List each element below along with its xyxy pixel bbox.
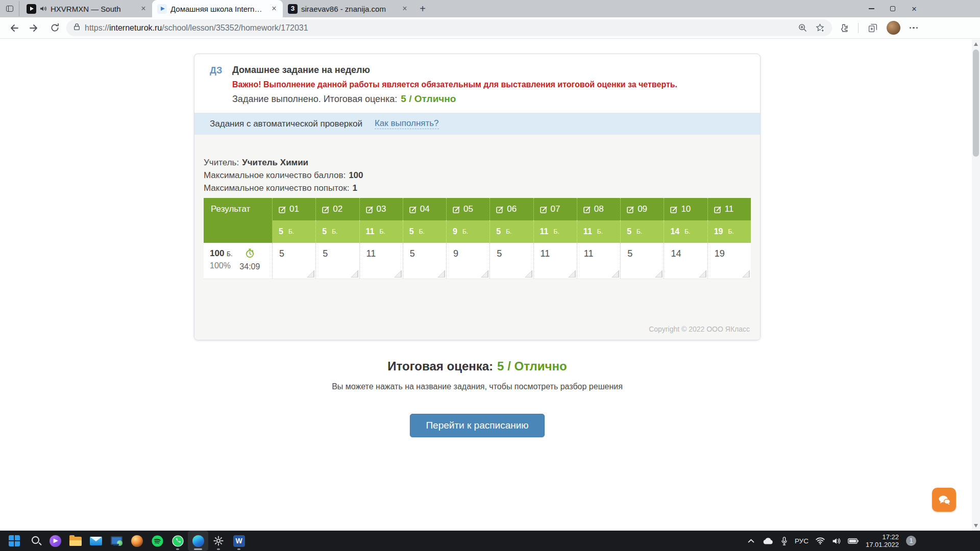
task-number: 10 bbox=[681, 204, 691, 214]
task-score-cell[interactable]: 5 bbox=[489, 243, 533, 279]
task-number: 01 bbox=[289, 204, 299, 214]
scrollbar-thumb[interactable] bbox=[973, 49, 979, 157]
tab-znanija[interactable]: З siraevav86 - znanija.com × bbox=[283, 0, 413, 17]
tray-date: 17.01.2022 bbox=[866, 541, 899, 548]
task-header-cell[interactable]: 06 bbox=[489, 198, 533, 220]
task-max-points-cell: 5Б. bbox=[620, 220, 664, 243]
task-score: 9 bbox=[453, 248, 458, 259]
points-unit: Б. bbox=[332, 228, 337, 235]
task-header-cell[interactable]: 10 bbox=[664, 198, 707, 220]
task-score: 5 bbox=[323, 248, 328, 259]
task-score-cell[interactable]: 11 bbox=[577, 243, 620, 279]
wifi-icon[interactable] bbox=[816, 537, 825, 544]
tab-title: Домашняя школа InternetUrok bbox=[170, 5, 266, 13]
lock-icon[interactable] bbox=[74, 23, 80, 33]
start-icon bbox=[9, 535, 20, 546]
tab-close-icon[interactable]: × bbox=[270, 4, 279, 13]
forward-button[interactable] bbox=[26, 19, 43, 37]
taskbar-start-button[interactable] bbox=[4, 531, 24, 551]
chat-bubbles-icon bbox=[938, 494, 951, 506]
taskbar-yandex-alice-button[interactable] bbox=[45, 531, 65, 551]
tab-close-icon[interactable]: × bbox=[400, 4, 409, 13]
task-header-cell[interactable]: 01 bbox=[273, 198, 315, 220]
profile-avatar[interactable] bbox=[885, 19, 902, 37]
restore-button[interactable] bbox=[882, 0, 903, 17]
yandex-alice-icon bbox=[50, 535, 61, 547]
task-max-points-cell: 5Б. bbox=[489, 220, 533, 243]
task-score-cell[interactable]: 11 bbox=[533, 243, 577, 279]
task-header-cell[interactable]: 03 bbox=[359, 198, 403, 220]
task-max-points-cell: 19Б. bbox=[707, 220, 751, 243]
tab-close-icon[interactable]: × bbox=[139, 4, 148, 13]
notification-count-badge[interactable]: 1 bbox=[906, 536, 916, 546]
tab-actions-button[interactable] bbox=[4, 1, 19, 16]
favorite-star-icon[interactable] bbox=[814, 21, 827, 35]
taskbar-game-button[interactable] bbox=[127, 531, 147, 551]
taskbar-whatsapp-button[interactable] bbox=[167, 531, 188, 551]
close-button[interactable]: × bbox=[903, 0, 925, 17]
go-to-schedule-button[interactable]: Перейти к расписанию bbox=[410, 414, 544, 437]
taskbar-my-computer-button[interactable] bbox=[106, 531, 127, 551]
tray-chevron-up-icon[interactable] bbox=[748, 539, 754, 543]
scroll-down-arrow[interactable] bbox=[974, 524, 978, 528]
taskbar-word-button[interactable]: W bbox=[229, 531, 249, 551]
max-points-value: 19 bbox=[714, 227, 723, 236]
task-number: 11 bbox=[725, 204, 734, 214]
minimize-button[interactable] bbox=[861, 0, 882, 17]
task-header-cell[interactable]: 08 bbox=[577, 198, 620, 220]
task-score-cell[interactable]: 5 bbox=[315, 243, 359, 279]
back-button[interactable] bbox=[5, 19, 22, 37]
taskbar-edge-button[interactable] bbox=[188, 531, 208, 551]
task-max-points-cell: 5Б. bbox=[315, 220, 359, 243]
task-score: 5 bbox=[497, 248, 502, 259]
results-table: Результат 01 bbox=[204, 198, 751, 279]
autocheck-bar: Задания с автоматической проверкой Как в… bbox=[194, 113, 760, 135]
volume-icon[interactable] bbox=[832, 537, 841, 545]
task-score: 14 bbox=[671, 248, 681, 259]
tab-interneturok[interactable]: Домашняя школа InternetUrok × bbox=[152, 0, 283, 17]
tab-media[interactable]: HXVRMXN — South × bbox=[21, 0, 152, 17]
taskbar-spotify-button[interactable] bbox=[147, 531, 167, 551]
battery-icon[interactable] bbox=[848, 538, 859, 544]
chat-fab-button[interactable] bbox=[932, 488, 956, 512]
tab-audio-speaker-icon[interactable] bbox=[40, 6, 47, 12]
taskbar-settings-button[interactable] bbox=[208, 531, 229, 551]
homework-header: ДЗ Домашнее задание на неделю Важно! Вып… bbox=[194, 54, 760, 113]
onedrive-cloud-icon[interactable] bbox=[762, 537, 774, 545]
tab-strip: HXVRMXN — South × Домашняя школа Interne… bbox=[0, 0, 980, 17]
task-score-cell[interactable]: 9 bbox=[446, 243, 489, 279]
task-header-cell[interactable]: 11 bbox=[707, 198, 751, 220]
microphone-icon[interactable] bbox=[781, 537, 788, 545]
taskbar-mail-button[interactable] bbox=[86, 531, 106, 551]
task-score-cell[interactable]: 14 bbox=[664, 243, 707, 279]
task-points-row: 5Б. 5Б. 11Б. bbox=[273, 220, 751, 243]
task-header-cell[interactable]: 07 bbox=[533, 198, 577, 220]
points-unit: Б. bbox=[506, 228, 511, 235]
address-bar[interactable]: https://interneturok.ru/school/lesson/35… bbox=[66, 19, 832, 36]
toolbar-separator bbox=[858, 23, 859, 33]
settings-menu-button[interactable] bbox=[905, 19, 922, 37]
task-score-cell[interactable]: 5 bbox=[273, 243, 315, 279]
task-header-cell[interactable]: 04 bbox=[403, 198, 446, 220]
keyboard-language[interactable]: РУС bbox=[795, 537, 808, 545]
max-attempts-line: Максимальное количество попыток:1 bbox=[204, 182, 751, 194]
mail-icon bbox=[90, 537, 102, 545]
taskbar-file-explorer-button[interactable] bbox=[65, 531, 86, 551]
task-score-cell[interactable]: 11 bbox=[359, 243, 403, 279]
task-score-cell[interactable]: 19 bbox=[707, 243, 751, 279]
new-tab-button[interactable]: + bbox=[415, 2, 430, 16]
task-header-cell[interactable]: 02 bbox=[315, 198, 359, 220]
task-score-cell[interactable]: 5 bbox=[403, 243, 446, 279]
clock[interactable]: 17:22 17.01.2022 bbox=[866, 533, 899, 548]
collections-icon[interactable] bbox=[864, 19, 881, 37]
task-header-cell[interactable]: 09 bbox=[620, 198, 664, 220]
zoom-page-icon[interactable] bbox=[796, 21, 809, 35]
refresh-button[interactable] bbox=[46, 19, 63, 37]
how-to-link[interactable]: Как выполнять? bbox=[375, 118, 439, 129]
task-number: 08 bbox=[594, 204, 604, 214]
extensions-icon[interactable] bbox=[835, 19, 852, 37]
task-header-cell[interactable]: 05 bbox=[446, 198, 489, 220]
scroll-up-arrow[interactable] bbox=[974, 42, 978, 46]
task-score-cell[interactable]: 5 bbox=[620, 243, 664, 279]
taskbar-search-button[interactable] bbox=[24, 531, 45, 551]
